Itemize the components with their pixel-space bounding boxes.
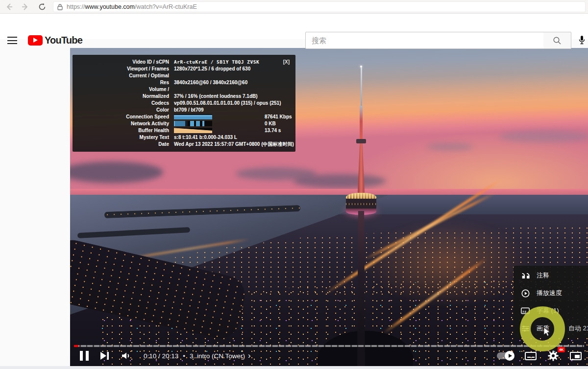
volume-icon xyxy=(121,351,132,360)
gear-icon xyxy=(548,350,559,361)
buffer-health-graph xyxy=(174,128,212,133)
mic-button[interactable] xyxy=(575,34,588,46)
stats-row-network-activity: Network Activity0 KB xyxy=(77,120,291,127)
tower-lower-shaft xyxy=(357,211,365,366)
search-icon xyxy=(553,36,562,45)
chapter-label: 3. intro (CN Tower) xyxy=(190,352,245,360)
quality-4k-badge: 4K xyxy=(558,347,565,352)
subtitles-button[interactable] xyxy=(525,352,537,360)
cloud xyxy=(293,174,386,188)
url-text: https://www.youtube.com/watch?v=ArR-ctuK… xyxy=(67,3,197,10)
youtube-masthead: YouTube xyxy=(0,14,588,39)
url-bar[interactable]: https://www.youtube.com/watch?v=ArR-ctuK… xyxy=(53,1,586,12)
downtown-glow xyxy=(364,219,531,307)
cloud xyxy=(427,143,473,151)
youtube-play-icon xyxy=(28,35,43,46)
quality-current-value: 自动 21 xyxy=(568,324,588,333)
network-activity-graph xyxy=(174,121,212,126)
autoplay-play-icon xyxy=(505,351,514,361)
youtube-logo[interactable]: YouTube xyxy=(28,35,82,46)
lock-icon xyxy=(57,4,63,10)
time-display: 0:10 / 20:13 xyxy=(144,352,178,360)
page-background-strip xyxy=(0,366,588,369)
menu-item-playback-speed[interactable]: 播放速度 xyxy=(514,284,588,302)
cloud xyxy=(499,130,588,143)
browser-toolbar: https://www.youtube.com/watch?v=ArR-ctuK… xyxy=(0,0,588,14)
menu-item-annotations[interactable]: 注释 xyxy=(514,267,588,284)
chapter-title[interactable]: • 3. intro (CN Tower) › xyxy=(183,351,250,361)
chapter-separator: • xyxy=(183,352,185,360)
stats-row: Mystery Texts:8 t:10.41 b:0.000-24.033 L xyxy=(77,134,291,141)
stats-row: Video ID / sCPNArR-ctuKraE / 5B1Y TBQJ Z… xyxy=(77,59,291,66)
settings-button[interactable]: 4K xyxy=(548,350,559,361)
video-frame[interactable]: [X] Video ID / sCPNArR-ctuKraE / 5B1Y TB… xyxy=(70,48,588,366)
pause-button[interactable] xyxy=(80,351,89,361)
stats-row: Volume / xyxy=(77,86,291,93)
next-button[interactable] xyxy=(99,351,110,361)
playback-speed-icon xyxy=(520,288,530,298)
back-icon[interactable] xyxy=(4,2,13,11)
mic-icon xyxy=(578,35,586,45)
stats-row: Current / Optimal xyxy=(77,72,291,79)
search-button[interactable] xyxy=(543,32,571,49)
mouse-cursor xyxy=(543,327,551,337)
stats-row: Colorbt709 / bt709 xyxy=(77,107,291,114)
tower-skypod xyxy=(356,139,366,143)
stats-row: Res3840x2160@60 / 3840x2160@60 xyxy=(77,79,291,86)
miniplayer-button[interactable] xyxy=(570,352,582,360)
hamburger-menu-icon[interactable] xyxy=(7,37,17,44)
volume-button[interactable] xyxy=(121,351,132,360)
reload-icon[interactable] xyxy=(38,2,47,11)
stats-row: Normalized37% / 16% (content loudness 7.… xyxy=(77,93,291,100)
pause-icon xyxy=(80,351,89,361)
menu-item-label: 播放速度 xyxy=(537,289,562,298)
stats-for-nerds-panel: [X] Video ID / sCPNArR-ctuKraE / 5B1Y TB… xyxy=(73,55,295,152)
forward-icon[interactable] xyxy=(21,2,30,11)
stats-row-buffer-health: Buffer Health13.74 s xyxy=(77,127,291,134)
progress-bar[interactable] xyxy=(74,345,584,347)
search-input[interactable] xyxy=(305,32,544,49)
autoplay-toggle[interactable] xyxy=(497,352,514,359)
progress-bar-played xyxy=(74,345,78,347)
tower-antenna xyxy=(361,68,362,107)
player-controls-left: 0:10 / 20:13 • 3. intro (CN Tower) › xyxy=(80,347,251,364)
stats-row: Codecsvp09.00.51.08.01.01.01.01.00 (315)… xyxy=(77,100,291,107)
annotations-icon xyxy=(520,271,530,280)
connection-speed-graph xyxy=(174,114,212,119)
stats-row-connection-speed: Connection Speed87641 Kbps xyxy=(77,114,291,120)
menu-item-label: 注释 xyxy=(537,271,549,280)
skip-next-icon xyxy=(99,351,110,361)
youtube-logo-text: YouTube xyxy=(45,35,82,46)
stats-row: Viewport / Frames1280x720*1.25 / 6 dropp… xyxy=(77,66,291,72)
click-highlight-ring xyxy=(520,306,565,351)
stats-row: DateWed Apr 13 2022 15:57:07 GMT+0800 (中… xyxy=(77,141,291,148)
chapter-chevron-icon: › xyxy=(248,351,251,361)
tower-antenna-lower xyxy=(360,106,363,140)
